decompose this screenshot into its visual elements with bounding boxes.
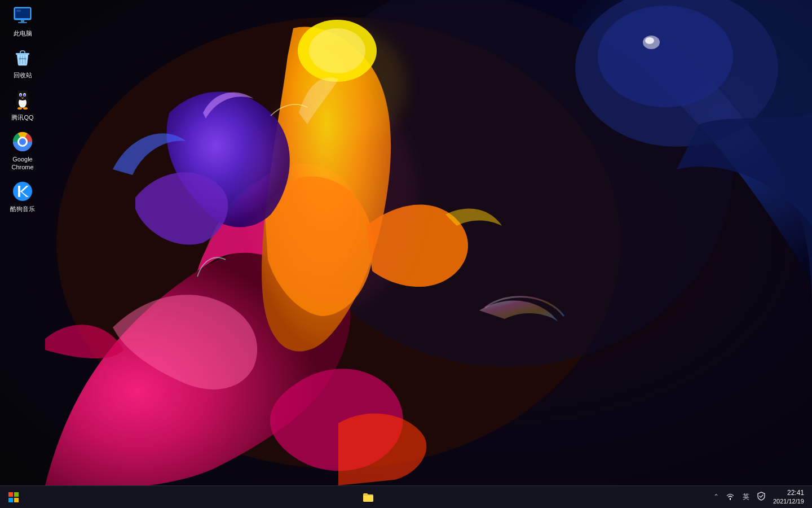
svg-rect-15 — [21, 20, 24, 22]
svg-rect-16 — [18, 22, 27, 23]
desktop-icon-qq[interactable]: 腾讯QQ — [0, 84, 45, 126]
recycle-bin-label: 回收站 — [14, 71, 32, 79]
this-pc-icon — [11, 5, 34, 27]
security-icon[interactable] — [755, 491, 767, 503]
language-indicator[interactable]: 英 — [740, 491, 752, 503]
svg-point-29 — [20, 94, 21, 95]
desktop-icons: 此电脑 回收站 — [0, 0, 45, 218]
taskbar-file-explorer[interactable] — [357, 486, 379, 509]
svg-rect-38 — [18, 186, 20, 197]
desktop-icon-recycle-bin[interactable]: 回收站 — [0, 42, 45, 84]
svg-point-31 — [17, 107, 22, 110]
svg-rect-40 — [14, 492, 19, 497]
svg-rect-18 — [16, 53, 29, 55]
desktop-icon-this-pc[interactable]: 此电脑 — [0, 0, 45, 42]
svg-rect-42 — [14, 498, 19, 502]
svg-point-35 — [19, 138, 26, 145]
taskbar-center-apps — [357, 486, 379, 509]
svg-point-8 — [645, 37, 654, 44]
chrome-label: Google Chrome — [2, 155, 43, 172]
system-clock[interactable]: 22:41 2021/12/19 — [771, 488, 806, 507]
taskbar: ⌃ 英 22:41 2021/12/19 — [0, 485, 812, 508]
kuwo-icon — [11, 180, 34, 203]
desktop-icon-google-chrome[interactable]: Google Chrome — [0, 126, 45, 176]
clock-time: 22:41 — [787, 489, 804, 498]
this-pc-label: 此电脑 — [14, 29, 32, 37]
taskbar-left — [0, 486, 25, 509]
desktop-icon-kuwo-music[interactable]: 酷狗音乐 — [0, 176, 45, 217]
network-icon[interactable] — [723, 491, 737, 503]
qq-icon — [11, 89, 34, 111]
svg-rect-39 — [8, 492, 13, 497]
recycle-bin-icon — [11, 46, 34, 69]
svg-point-32 — [23, 107, 28, 110]
svg-point-11 — [180, 102, 271, 214]
taskbar-right: ⌃ 英 22:41 2021/12/19 — [712, 488, 812, 507]
svg-rect-17 — [16, 10, 21, 12]
show-hidden-icons[interactable]: ⌃ — [712, 492, 720, 502]
kuwo-label: 酷狗音乐 — [10, 205, 35, 213]
start-button[interactable] — [2, 486, 25, 509]
qq-label: 腾讯QQ — [11, 113, 33, 121]
desktop: 此电脑 回收站 — [0, 0, 812, 485]
clock-date: 2021/12/19 — [773, 497, 804, 505]
svg-point-6 — [598, 6, 733, 107]
svg-point-30 — [24, 94, 25, 95]
chrome-icon — [11, 130, 34, 153]
wallpaper-image — [0, 0, 812, 485]
svg-point-10 — [293, 28, 406, 141]
svg-rect-41 — [8, 498, 13, 502]
